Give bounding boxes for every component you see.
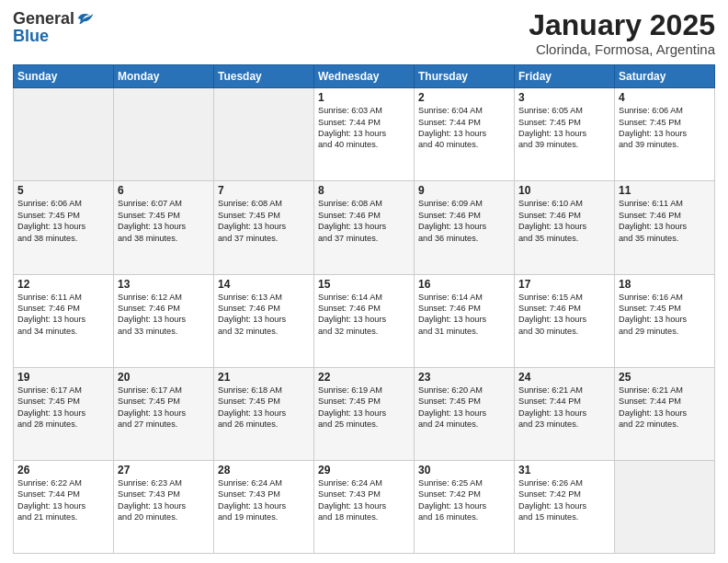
- day-info: Sunrise: 6:21 AM Sunset: 7:44 PM Dayligh…: [518, 385, 610, 431]
- day-number: 21: [218, 371, 310, 384]
- day-info: Sunrise: 6:17 AM Sunset: 7:45 PM Dayligh…: [17, 385, 109, 431]
- logo-blue-text: Blue: [13, 28, 49, 44]
- day-number: 19: [17, 371, 109, 384]
- calendar-day-cell: 18Sunrise: 6:16 AM Sunset: 7:45 PM Dayli…: [615, 274, 715, 367]
- day-info: Sunrise: 6:22 AM Sunset: 7:44 PM Dayligh…: [17, 477, 109, 523]
- day-number: 1: [318, 91, 410, 104]
- day-info: Sunrise: 6:03 AM Sunset: 7:44 PM Dayligh…: [318, 105, 410, 151]
- calendar-day-cell: 8Sunrise: 6:08 AM Sunset: 7:46 PM Daylig…: [314, 181, 415, 274]
- day-number: 12: [17, 278, 109, 291]
- calendar-day-cell: 14Sunrise: 6:13 AM Sunset: 7:46 PM Dayli…: [214, 274, 314, 367]
- day-of-week-header: Thursday: [415, 65, 515, 88]
- calendar-header-row: SundayMondayTuesdayWednesdayThursdayFrid…: [14, 65, 715, 88]
- calendar-day-cell: 2Sunrise: 6:04 AM Sunset: 7:44 PM Daylig…: [415, 88, 515, 181]
- day-info: Sunrise: 6:08 AM Sunset: 7:45 PM Dayligh…: [218, 198, 310, 244]
- day-number: 23: [418, 371, 510, 384]
- calendar-day-cell: 28Sunrise: 6:24 AM Sunset: 7:43 PM Dayli…: [214, 460, 314, 553]
- day-info: Sunrise: 6:17 AM Sunset: 7:45 PM Dayligh…: [118, 385, 210, 431]
- calendar-title: January 2025: [529, 9, 715, 41]
- day-number: 16: [418, 278, 510, 291]
- page: General Blue January 2025 Clorinda, Form…: [0, 0, 728, 563]
- calendar-day-cell: 29Sunrise: 6:24 AM Sunset: 7:43 PM Dayli…: [314, 460, 415, 553]
- day-info: Sunrise: 6:15 AM Sunset: 7:46 PM Dayligh…: [518, 292, 610, 338]
- day-info: Sunrise: 6:11 AM Sunset: 7:46 PM Dayligh…: [619, 198, 711, 244]
- calendar-day-cell: 17Sunrise: 6:15 AM Sunset: 7:46 PM Dayli…: [515, 274, 615, 367]
- calendar-day-cell: 11Sunrise: 6:11 AM Sunset: 7:46 PM Dayli…: [615, 181, 715, 274]
- day-number: 3: [518, 91, 610, 104]
- calendar-day-cell: 10Sunrise: 6:10 AM Sunset: 7:46 PM Dayli…: [515, 181, 615, 274]
- calendar-day-cell: 21Sunrise: 6:18 AM Sunset: 7:45 PM Dayli…: [214, 367, 314, 460]
- day-info: Sunrise: 6:13 AM Sunset: 7:46 PM Dayligh…: [218, 292, 310, 338]
- day-of-week-header: Wednesday: [314, 65, 415, 88]
- calendar-day-cell: 4Sunrise: 6:06 AM Sunset: 7:45 PM Daylig…: [615, 88, 715, 181]
- calendar-day-cell: 3Sunrise: 6:05 AM Sunset: 7:45 PM Daylig…: [515, 88, 615, 181]
- calendar-day-cell: 22Sunrise: 6:19 AM Sunset: 7:45 PM Dayli…: [314, 367, 415, 460]
- day-number: 30: [418, 464, 510, 477]
- day-number: 26: [17, 464, 109, 477]
- calendar-week-row: 26Sunrise: 6:22 AM Sunset: 7:44 PM Dayli…: [14, 460, 715, 553]
- calendar-location: Clorinda, Formosa, Argentina: [529, 41, 715, 57]
- day-info: Sunrise: 6:26 AM Sunset: 7:42 PM Dayligh…: [518, 477, 610, 523]
- day-of-week-header: Friday: [515, 65, 615, 88]
- calendar-day-cell: 20Sunrise: 6:17 AM Sunset: 7:45 PM Dayli…: [114, 367, 214, 460]
- calendar-day-cell: 26Sunrise: 6:22 AM Sunset: 7:44 PM Dayli…: [14, 460, 114, 553]
- day-info: Sunrise: 6:24 AM Sunset: 7:43 PM Dayligh…: [318, 477, 410, 523]
- calendar-day-cell: [615, 460, 715, 553]
- day-info: Sunrise: 6:19 AM Sunset: 7:45 PM Dayligh…: [318, 385, 410, 431]
- calendar-day-cell: 12Sunrise: 6:11 AM Sunset: 7:46 PM Dayli…: [14, 274, 114, 367]
- calendar-day-cell: 7Sunrise: 6:08 AM Sunset: 7:45 PM Daylig…: [214, 181, 314, 274]
- calendar-day-cell: 16Sunrise: 6:14 AM Sunset: 7:46 PM Dayli…: [415, 274, 515, 367]
- logo-general-text: General: [13, 10, 74, 27]
- calendar-day-cell: 24Sunrise: 6:21 AM Sunset: 7:44 PM Dayli…: [515, 367, 615, 460]
- day-info: Sunrise: 6:18 AM Sunset: 7:45 PM Dayligh…: [218, 385, 310, 431]
- day-info: Sunrise: 6:14 AM Sunset: 7:46 PM Dayligh…: [318, 292, 410, 338]
- day-number: 2: [418, 91, 510, 104]
- calendar-week-row: 1Sunrise: 6:03 AM Sunset: 7:44 PM Daylig…: [14, 88, 715, 181]
- day-info: Sunrise: 6:12 AM Sunset: 7:46 PM Dayligh…: [118, 292, 210, 338]
- day-of-week-header: Saturday: [615, 65, 715, 88]
- calendar-week-row: 5Sunrise: 6:06 AM Sunset: 7:45 PM Daylig…: [14, 181, 715, 274]
- day-number: 7: [218, 184, 310, 197]
- day-number: 27: [118, 464, 210, 477]
- day-info: Sunrise: 6:16 AM Sunset: 7:45 PM Dayligh…: [619, 292, 711, 338]
- day-info: Sunrise: 6:23 AM Sunset: 7:43 PM Dayligh…: [118, 477, 210, 523]
- calendar-day-cell: 6Sunrise: 6:07 AM Sunset: 7:45 PM Daylig…: [114, 181, 214, 274]
- day-info: Sunrise: 6:25 AM Sunset: 7:42 PM Dayligh…: [418, 477, 510, 523]
- logo: General Blue: [13, 9, 95, 44]
- calendar-table: SundayMondayTuesdayWednesdayThursdayFrid…: [13, 64, 715, 554]
- calendar-day-cell: [14, 88, 114, 181]
- header: General Blue January 2025 Clorinda, Form…: [13, 9, 715, 57]
- calendar-day-cell: 31Sunrise: 6:26 AM Sunset: 7:42 PM Dayli…: [515, 460, 615, 553]
- day-number: 9: [418, 184, 510, 197]
- day-number: 17: [518, 278, 610, 291]
- day-number: 11: [619, 184, 711, 197]
- day-info: Sunrise: 6:21 AM Sunset: 7:44 PM Dayligh…: [619, 385, 711, 431]
- calendar-day-cell: 1Sunrise: 6:03 AM Sunset: 7:44 PM Daylig…: [314, 88, 415, 181]
- logo-bird-icon: [76, 9, 95, 28]
- day-number: 14: [218, 278, 310, 291]
- day-info: Sunrise: 6:11 AM Sunset: 7:46 PM Dayligh…: [17, 292, 109, 338]
- calendar-day-cell: [214, 88, 314, 181]
- day-number: 8: [318, 184, 410, 197]
- day-number: 28: [218, 464, 310, 477]
- day-of-week-header: Monday: [114, 65, 214, 88]
- calendar-day-cell: 19Sunrise: 6:17 AM Sunset: 7:45 PM Dayli…: [14, 367, 114, 460]
- day-number: 24: [518, 371, 610, 384]
- title-block: January 2025 Clorinda, Formosa, Argentin…: [529, 9, 715, 57]
- day-number: 5: [17, 184, 109, 197]
- day-of-week-header: Tuesday: [214, 65, 314, 88]
- day-number: 15: [318, 278, 410, 291]
- day-number: 22: [318, 371, 410, 384]
- calendar-day-cell: 13Sunrise: 6:12 AM Sunset: 7:46 PM Dayli…: [114, 274, 214, 367]
- calendar-day-cell: 27Sunrise: 6:23 AM Sunset: 7:43 PM Dayli…: [114, 460, 214, 553]
- day-number: 10: [518, 184, 610, 197]
- day-info: Sunrise: 6:04 AM Sunset: 7:44 PM Dayligh…: [418, 105, 510, 151]
- calendar-day-cell: 5Sunrise: 6:06 AM Sunset: 7:45 PM Daylig…: [14, 181, 114, 274]
- day-info: Sunrise: 6:08 AM Sunset: 7:46 PM Dayligh…: [318, 198, 410, 244]
- day-number: 29: [318, 464, 410, 477]
- day-number: 18: [619, 278, 711, 291]
- day-number: 13: [118, 278, 210, 291]
- day-info: Sunrise: 6:05 AM Sunset: 7:45 PM Dayligh…: [518, 105, 610, 151]
- calendar-week-row: 12Sunrise: 6:11 AM Sunset: 7:46 PM Dayli…: [14, 274, 715, 367]
- calendar-day-cell: 9Sunrise: 6:09 AM Sunset: 7:46 PM Daylig…: [415, 181, 515, 274]
